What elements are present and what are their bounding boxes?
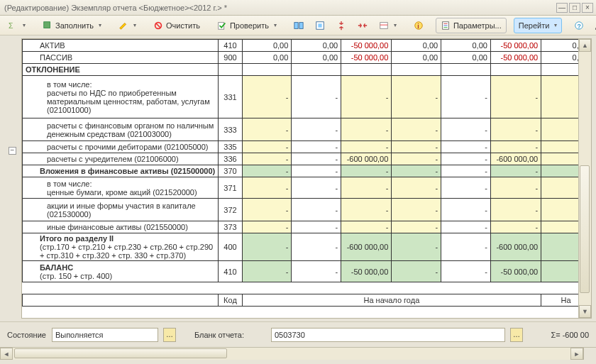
cell[interactable]: -600 000,00 xyxy=(341,233,392,261)
cell[interactable]: - xyxy=(392,76,441,118)
cell[interactable]: - xyxy=(392,261,441,282)
cell[interactable]: 0,00 xyxy=(292,52,341,64)
fill-button[interactable]: Заполнить xyxy=(38,18,106,33)
cell[interactable]: - xyxy=(490,199,541,221)
cell[interactable]: 0,00 xyxy=(392,52,441,64)
tool-c-icon[interactable] xyxy=(374,18,402,33)
cell[interactable]: - xyxy=(341,165,392,177)
info-icon[interactable]: i xyxy=(409,18,429,33)
cell[interactable]: - xyxy=(242,261,292,282)
cell[interactable]: - xyxy=(292,261,341,282)
cell[interactable]: - xyxy=(441,141,491,153)
cell[interactable] xyxy=(441,64,491,76)
cell[interactable]: - xyxy=(392,233,441,261)
clear-button[interactable]: Очистить xyxy=(148,18,205,33)
cell[interactable]: -50 000,00 xyxy=(341,52,392,64)
pencil-button[interactable] xyxy=(114,18,141,33)
cell[interactable]: - xyxy=(392,165,441,177)
help-icon[interactable]: ? xyxy=(569,18,589,33)
cell[interactable]: - xyxy=(292,165,341,177)
cell[interactable]: -50 000,00 xyxy=(490,52,541,64)
cell[interactable]: - xyxy=(392,153,441,165)
cell[interactable]: - xyxy=(242,233,292,261)
cell[interactable]: - xyxy=(441,177,491,199)
cell[interactable]: 0,00 xyxy=(292,40,341,52)
cell[interactable]: - xyxy=(441,221,491,233)
cell[interactable]: - xyxy=(490,165,541,177)
report-grid[interactable]: АКТИВ4100,000,00-50 000,000,000,00-50 00… xyxy=(21,38,592,319)
tool-b-icon[interactable] xyxy=(310,18,330,33)
cell[interactable]: - xyxy=(441,76,491,118)
cell[interactable]: - xyxy=(292,233,341,261)
cell[interactable]: 0,00 xyxy=(441,52,491,64)
cell[interactable]: - xyxy=(341,141,392,153)
cell[interactable]: - xyxy=(490,118,541,141)
cell[interactable]: - xyxy=(392,118,441,141)
cell[interactable]: 0,00 xyxy=(441,40,491,52)
cell[interactable]: - xyxy=(441,261,491,282)
horizontal-scrollbar[interactable]: ◄ ► xyxy=(0,347,596,360)
cell[interactable]: - xyxy=(292,177,341,199)
cell[interactable]: - xyxy=(242,76,292,118)
cell[interactable]: 0,00 xyxy=(392,40,441,52)
state-picker-button[interactable]: … xyxy=(163,328,176,342)
cell[interactable]: -50 000,00 xyxy=(490,40,541,52)
cell[interactable]: - xyxy=(242,141,292,153)
cell[interactable]: - xyxy=(392,199,441,221)
blank-picker-button[interactable]: … xyxy=(510,328,523,342)
cell[interactable]: - xyxy=(392,177,441,199)
cell[interactable]: - xyxy=(441,118,491,141)
scroll-right-icon[interactable]: ► xyxy=(570,348,583,360)
cell[interactable]: - xyxy=(292,141,341,153)
report-table[interactable]: АКТИВ4100,000,00-50 000,000,000,00-50 00… xyxy=(22,39,591,307)
cell[interactable]: - xyxy=(441,233,491,261)
arrows-in-icon[interactable] xyxy=(331,18,351,33)
cell[interactable]: - xyxy=(242,177,292,199)
cell[interactable] xyxy=(490,64,541,76)
cell[interactable]: - xyxy=(441,165,491,177)
cell[interactable]: 0,00 xyxy=(242,40,292,52)
cell[interactable]: - xyxy=(341,118,392,141)
cell[interactable]: -50 000,00 xyxy=(490,261,541,282)
minimize-button[interactable]: — xyxy=(556,3,568,13)
cell[interactable] xyxy=(341,64,392,76)
sigma-button[interactable]: Σ xyxy=(3,18,31,33)
goto-button[interactable]: Перейти xyxy=(514,18,563,33)
maximize-button[interactable]: □ xyxy=(569,3,580,13)
cell[interactable]: - xyxy=(441,153,491,165)
scroll-up-icon[interactable]: ▲ xyxy=(579,39,591,52)
cell[interactable]: - xyxy=(292,118,341,141)
cell[interactable]: - xyxy=(341,221,392,233)
cell[interactable]: - xyxy=(341,76,392,118)
cell[interactable]: - xyxy=(441,199,491,221)
scroll-left-icon[interactable]: ◄ xyxy=(0,348,13,360)
cell[interactable]: - xyxy=(490,177,541,199)
arrows-out-icon[interactable] xyxy=(353,18,372,33)
cell[interactable]: -600 000,00 xyxy=(341,153,392,165)
cell[interactable]: - xyxy=(242,153,292,165)
cell[interactable]: - xyxy=(490,141,541,153)
cell[interactable]: - xyxy=(490,221,541,233)
cell[interactable]: -50 000,00 xyxy=(341,40,392,52)
cell[interactable]: -50 000,00 xyxy=(341,261,392,282)
cell[interactable]: - xyxy=(292,199,341,221)
cell[interactable] xyxy=(242,64,292,76)
cell[interactable]: -600 000,00 xyxy=(490,233,541,261)
cell[interactable]: - xyxy=(242,221,292,233)
state-field[interactable]: Выполняется xyxy=(52,328,158,342)
cell[interactable]: - xyxy=(490,76,541,118)
actions-button[interactable]: Действия xyxy=(590,18,596,33)
blank-field[interactable]: 0503730 xyxy=(271,328,505,342)
cell[interactable]: - xyxy=(392,221,441,233)
cell[interactable]: - xyxy=(242,118,292,141)
cell[interactable]: - xyxy=(341,199,392,221)
cell[interactable]: - xyxy=(341,177,392,199)
params-button[interactable]: Параметры... xyxy=(436,18,507,33)
cell[interactable] xyxy=(292,64,341,76)
tool-a-icon[interactable] xyxy=(289,18,309,33)
cell[interactable]: - xyxy=(242,165,292,177)
scroll-down-icon[interactable]: ▼ xyxy=(579,305,591,318)
cell[interactable]: - xyxy=(242,199,292,221)
cell[interactable]: - xyxy=(292,153,341,165)
cell[interactable]: - xyxy=(392,141,441,153)
